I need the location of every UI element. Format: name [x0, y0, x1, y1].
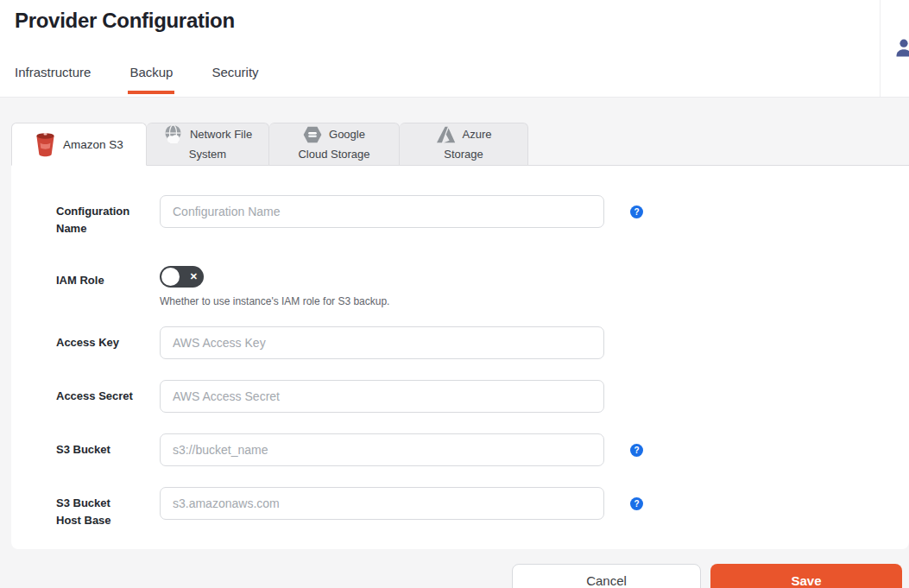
form-row-access-secret: Access Secret — [56, 380, 909, 413]
google-cloud-storage-icon — [303, 126, 322, 143]
provider-tab-google-cloud-storage[interactable]: Google Cloud Storage — [269, 123, 400, 166]
configuration-name-label: Configuration Name — [56, 195, 138, 237]
provider-tab-strip: Amazon S3 Network File System — [11, 98, 909, 166]
s3-bucket-input[interactable] — [160, 433, 604, 466]
s3-bucket-host-base-label: S3 Bucket Host Base — [56, 487, 138, 528]
iam-role-description: Whether to use instance's IAM role for S… — [160, 295, 389, 307]
provider-tab-network-file-system[interactable]: Network File System — [147, 123, 269, 166]
form-actions: Cancel Save — [0, 549, 909, 588]
cancel-button[interactable]: Cancel — [512, 564, 701, 588]
tab-strip-filler — [528, 123, 909, 166]
form-row-s3-bucket-host-base: S3 Bucket Host Base ? — [56, 487, 909, 528]
provider-tab-label: Google — [329, 124, 365, 144]
provider-tab-amazon-s3[interactable]: Amazon S3 — [11, 123, 147, 166]
provider-tab-label-line2: Storage — [400, 144, 527, 164]
s3-bucket-host-base-input[interactable] — [160, 487, 604, 520]
help-icon[interactable]: ? — [630, 444, 643, 457]
tab-backup-label: Backup — [129, 65, 173, 79]
form-row-iam-role: IAM Role ✕ Whether to use instance's IAM… — [56, 264, 909, 307]
iam-role-label: IAM Role — [56, 264, 138, 307]
access-secret-input[interactable] — [160, 380, 604, 413]
network-file-system-icon — [163, 124, 183, 144]
azure-storage-icon — [436, 126, 456, 143]
provider-tab-label-line2: Cloud Storage — [269, 144, 399, 164]
user-icon[interactable] — [894, 38, 909, 57]
s3-config-form: Configuration Name ? IAM Role ✕ Whether … — [11, 166, 909, 549]
configuration-name-input[interactable] — [160, 195, 604, 228]
page-header: Provider Configuration Infrastructure Ba… — [0, 0, 909, 98]
form-row-s3-bucket: S3 Bucket ? — [56, 433, 909, 466]
access-key-input[interactable] — [160, 326, 604, 359]
provider-tab-label: Azure — [463, 124, 492, 144]
provider-tab-azure-storage[interactable]: Azure Storage — [400, 123, 528, 166]
tab-infrastructure[interactable]: Infrastructure — [15, 65, 91, 79]
page-title: Provider Configuration — [15, 9, 235, 33]
active-tab-underline — [128, 91, 174, 94]
tab-backup[interactable]: Backup — [129, 65, 173, 79]
amazon-s3-icon — [35, 132, 56, 157]
access-secret-label: Access Secret — [56, 380, 138, 413]
form-row-access-key: Access Key — [56, 326, 909, 359]
help-icon[interactable]: ? — [630, 497, 643, 510]
provider-tab-label: Network File — [190, 124, 252, 144]
provider-tab-label-line2: System — [147, 144, 268, 164]
iam-role-toggle[interactable]: ✕ — [160, 266, 204, 288]
header-divider — [880, 0, 881, 97]
tab-security[interactable]: Security — [211, 65, 258, 79]
toggle-off-icon: ✕ — [190, 271, 198, 282]
provider-tab-label: Amazon S3 — [63, 135, 123, 155]
form-row-configuration-name: Configuration Name ? — [56, 195, 909, 237]
help-icon[interactable]: ? — [630, 205, 643, 218]
save-button[interactable]: Save — [710, 564, 902, 588]
access-key-label: Access Key — [56, 326, 138, 359]
main-nav: Infrastructure Backup Security — [15, 65, 259, 79]
s3-bucket-label: S3 Bucket — [56, 433, 138, 466]
toggle-knob — [161, 268, 180, 286]
